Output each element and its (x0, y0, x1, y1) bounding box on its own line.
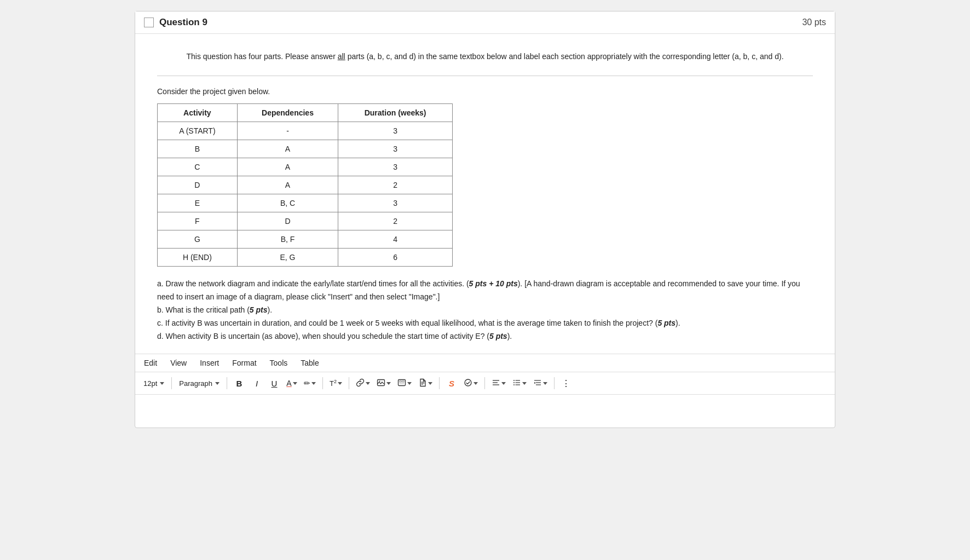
part-item-2: c. If activity B was uncertain in durati… (157, 317, 813, 330)
instruction-text: This question has four parts. Please ans… (157, 50, 813, 62)
table-cell-1-0: B (158, 140, 238, 158)
table-row: DA2 (158, 176, 453, 194)
more-button[interactable]: ⋮ (559, 376, 574, 391)
align-chevron-icon (501, 382, 506, 385)
table-cell-7-2: 6 (338, 249, 453, 267)
part-text-1: What is the critical path ( (164, 305, 250, 314)
part-text2-3: ). (507, 332, 512, 340)
table-cell-1-1: A (237, 140, 338, 158)
doc-button[interactable] (416, 376, 435, 391)
table-cell-0-0: A (START) (158, 122, 238, 140)
menu-table[interactable]: Table (301, 359, 319, 367)
section-divider (157, 76, 813, 76)
indent-button[interactable] (531, 376, 550, 391)
menu-tools[interactable]: Tools (270, 359, 288, 367)
highlight-chevron-icon (311, 382, 316, 385)
paragraph-chevron-icon (215, 382, 220, 385)
menu-insert[interactable]: Insert (200, 359, 219, 367)
bold-button[interactable]: B (232, 376, 247, 391)
question-body: This question has four parts. Please ans… (135, 34, 835, 343)
embed-button[interactable] (395, 376, 414, 391)
highlight-button[interactable]: ✏ (302, 376, 318, 391)
table-row: A (START)-3 (158, 122, 453, 140)
part-bold-0: 5 pts + 10 pts (469, 279, 518, 288)
table-cell-6-0: G (158, 230, 238, 249)
align-button[interactable] (489, 376, 508, 391)
part-label-3: d. (157, 332, 164, 340)
italic-button[interactable]: I (249, 376, 264, 391)
image-icon (377, 378, 385, 389)
link-chevron-icon (366, 382, 370, 385)
table-cell-5-2: 2 (338, 212, 453, 230)
part-text-0: Draw the network diagram and indicate th… (164, 279, 469, 288)
font-color-chevron-icon (293, 382, 297, 385)
grading-chevron-icon (474, 382, 478, 385)
image-button[interactable] (374, 376, 393, 391)
editor-area: Edit View Insert Format Tools Table 12pt… (135, 354, 835, 428)
link-icon (356, 378, 365, 389)
italic-icon: I (256, 379, 258, 388)
toolbar-separator-2 (227, 377, 227, 389)
menu-edit[interactable]: Edit (144, 359, 157, 367)
table-cell-0-1: - (237, 122, 338, 140)
more-icon: ⋮ (562, 378, 571, 389)
embed-chevron-icon (407, 382, 412, 385)
font-size-value: 12pt (143, 379, 157, 388)
table-cell-2-0: C (158, 158, 238, 176)
font-color-button[interactable]: A (284, 376, 299, 391)
table-cell-6-1: B, F (237, 230, 338, 249)
part-label-2: c. (157, 319, 163, 327)
menu-view[interactable]: View (170, 359, 187, 367)
part-text2-2: ). (675, 319, 680, 327)
font-size-chevron-icon (160, 382, 164, 385)
studio-button[interactable]: S (444, 376, 459, 391)
studio-icon: S (449, 379, 454, 388)
link-button[interactable] (354, 376, 372, 391)
question-title: Question 9 (159, 17, 207, 28)
toolbar-separator-6 (484, 377, 485, 389)
svg-point-17 (513, 384, 515, 385)
part-item-0: a. Draw the network diagram and indicate… (157, 278, 813, 304)
table-cell-3-1: A (237, 176, 338, 194)
paragraph-dropdown[interactable]: Paragraph (176, 378, 222, 389)
editor-content[interactable] (135, 395, 835, 428)
list-chevron-icon (522, 382, 527, 385)
table-cell-2-1: A (237, 158, 338, 176)
underline-icon: U (272, 379, 278, 388)
part-bold-3: 5 pts (489, 332, 507, 340)
part-text-3: When activity B is uncertain (as above),… (164, 332, 489, 340)
list-button[interactable] (510, 376, 529, 391)
table-cell-1-2: 3 (338, 140, 453, 158)
table-cell-4-2: 3 (338, 194, 453, 212)
editor-menu-bar: Edit View Insert Format Tools Table (135, 354, 835, 372)
paragraph-value: Paragraph (179, 379, 212, 388)
question-checkbox[interactable] (144, 18, 154, 27)
part-label-0: a. (157, 279, 164, 288)
instruction-prefix: This question has four parts. Please ans… (186, 52, 335, 61)
svg-point-1 (379, 380, 380, 382)
align-icon (492, 378, 500, 389)
font-size-dropdown[interactable]: 12pt (141, 378, 167, 389)
table-cell-5-1: D (237, 212, 338, 230)
doc-icon (418, 378, 427, 389)
grading-button[interactable] (461, 376, 480, 391)
svg-point-15 (513, 382, 515, 383)
toolbar-separator-3 (322, 377, 323, 389)
part-label-1: b. (157, 305, 164, 314)
menu-format[interactable]: Format (232, 359, 256, 367)
svg-point-9 (465, 379, 471, 386)
highlight-icon: ✏ (304, 379, 310, 388)
table-row: H (END)E, G6 (158, 249, 453, 267)
table-cell-3-0: D (158, 176, 238, 194)
superscript-button[interactable]: T2 (327, 376, 344, 391)
question-header-left: Question 9 (144, 17, 207, 28)
indent-chevron-icon (543, 382, 547, 385)
table-cell-0-2: 3 (338, 122, 453, 140)
table-cell-7-1: E, G (237, 249, 338, 267)
indent-icon (533, 378, 542, 389)
table-row: FD2 (158, 212, 453, 230)
underline-button[interactable]: U (267, 376, 282, 391)
table-cell-7-0: H (END) (158, 249, 238, 267)
table-row: BA3 (158, 140, 453, 158)
table-cell-5-0: F (158, 212, 238, 230)
